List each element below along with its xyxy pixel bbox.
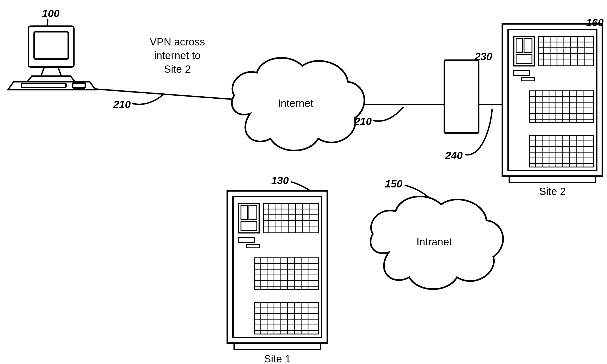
- diagram-canvas: VPN across internet to Site 2 Internet I…: [0, 0, 607, 364]
- svg-rect-6: [73, 83, 85, 88]
- svg-rect-16: [264, 203, 318, 233]
- svg-rect-19: [234, 343, 320, 350]
- site1-label: Site 1: [264, 353, 291, 364]
- svg-rect-63: [514, 70, 530, 76]
- site2-label: Site 2: [539, 185, 566, 197]
- ref-210-right: 210: [354, 116, 372, 127]
- svg-rect-18: [255, 302, 318, 334]
- svg-rect-12: [249, 206, 257, 219]
- svg-rect-67: [530, 135, 593, 167]
- vpn-label-1: VPN across: [150, 36, 205, 48]
- ref-240: 240: [445, 150, 463, 161]
- vpn-label-3: Site 2: [164, 63, 191, 75]
- svg-rect-66: [530, 91, 593, 123]
- ref-130: 130: [271, 174, 289, 186]
- svg-rect-60: [516, 39, 522, 52]
- ref-230: 230: [475, 51, 492, 63]
- ref-160: 160: [586, 17, 604, 28]
- ref-210-left: 210: [113, 98, 131, 110]
- svg-rect-5: [22, 83, 66, 88]
- svg-rect-65: [539, 36, 593, 66]
- svg-rect-7: [444, 60, 478, 133]
- server-site2: [502, 24, 602, 182]
- ref-150: 150: [385, 178, 402, 190]
- svg-rect-14: [239, 237, 255, 242]
- svg-rect-4: [34, 32, 68, 59]
- client-pc: [8, 26, 95, 90]
- svg-line-0: [90, 89, 242, 100]
- firewall-box: [444, 60, 478, 133]
- svg-rect-15: [247, 244, 259, 248]
- svg-rect-61: [524, 39, 532, 52]
- svg-rect-17: [255, 258, 318, 290]
- svg-rect-68: [509, 176, 596, 182]
- svg-rect-13: [241, 221, 257, 231]
- vpn-label-2: internet to: [154, 50, 201, 61]
- svg-rect-62: [516, 54, 532, 64]
- internet-label: Internet: [278, 97, 313, 109]
- svg-rect-64: [522, 77, 534, 81]
- ref-100: 100: [42, 8, 60, 19]
- server-site1: [227, 191, 327, 350]
- svg-rect-11: [241, 206, 247, 219]
- intranet-label: Intranet: [417, 236, 452, 248]
